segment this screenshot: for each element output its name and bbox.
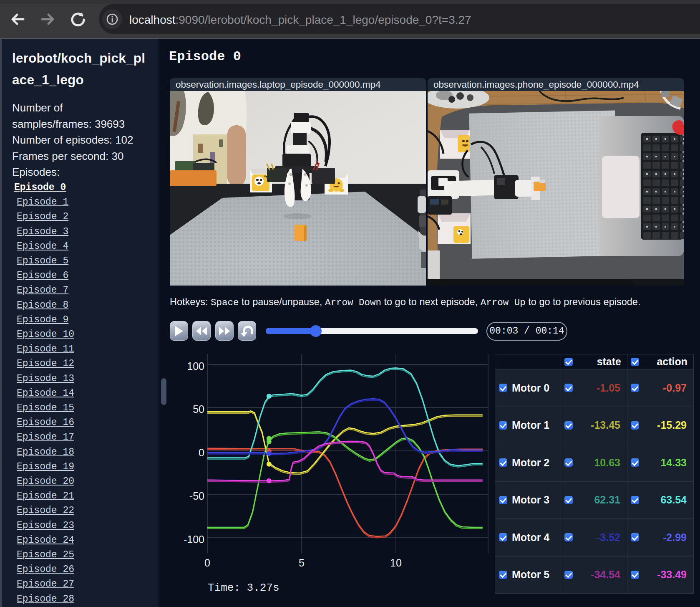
svg-text:100: 100 [187, 360, 204, 372]
svg-text:0: 0 [204, 557, 210, 569]
svg-text:50: 50 [193, 403, 204, 415]
svg-text:Time: 3.27s: Time: 3.27s [208, 582, 279, 594]
svg-text:5: 5 [299, 557, 305, 569]
svg-text:-100: -100 [184, 534, 204, 545]
svg-text:10: 10 [390, 557, 402, 569]
svg-text:-50: -50 [189, 490, 204, 502]
svg-text:0: 0 [199, 447, 204, 458]
